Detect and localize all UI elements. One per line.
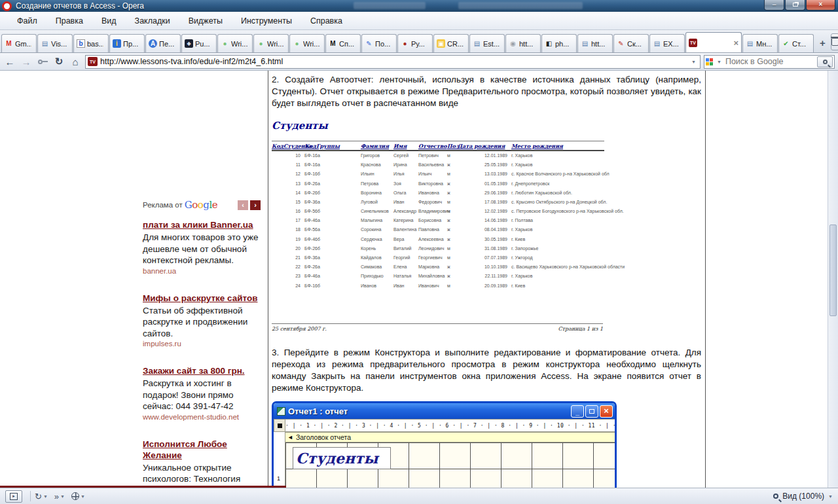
cell-surname: Григоров	[361, 151, 393, 160]
table-row: 10 БФ-16а Григоров Сергей Петрович м 12.…	[272, 151, 604, 160]
browser-tab[interactable]: A Пе...	[145, 34, 181, 52]
browser-tab[interactable]: ● Ру...	[397, 34, 433, 52]
google-logo-letter: o	[198, 199, 204, 211]
cell-birthplace: г. Полтава	[511, 216, 603, 225]
search-go-button[interactable]	[817, 56, 833, 67]
section-report-header-bar[interactable]: ◄ Заголовок отчета	[285, 432, 617, 442]
back-button[interactable]: ←	[3, 56, 16, 67]
url-input[interactable]	[100, 57, 687, 66]
tab-close-icon[interactable]: ×	[733, 39, 738, 47]
browser-tab[interactable]: TV ×	[685, 32, 742, 52]
browser-tab[interactable]: ▤ Мн...	[742, 34, 778, 52]
close-button[interactable]: ×	[806, 0, 835, 10]
report-selector-box[interactable]	[274, 419, 285, 432]
cell-group: БФ-26а	[304, 179, 361, 189]
menu-help[interactable]: Справка	[301, 14, 352, 28]
ads-header: Реклама от Google ‹ ›	[143, 199, 261, 211]
cell-sex: ж	[447, 235, 458, 244]
url-field[interactable]: TV ▼	[85, 55, 701, 69]
zoom-control[interactable]: Вид (100%) ▼	[773, 492, 833, 501]
ad-title-link[interactable]: плати за клики Banner.ua	[143, 219, 261, 230]
home-button[interactable]: ⌂	[69, 56, 82, 67]
ad-title-link[interactable]: Мифы о раскрутке сайтов	[143, 293, 261, 304]
cell-birthdate: 29.06.1989	[458, 189, 511, 198]
browser-tab[interactable]: b bas...	[73, 34, 109, 52]
cell-student-id: 11	[272, 160, 304, 170]
ad-title-link[interactable]: Закажи сайт за 800 грн.	[143, 365, 261, 376]
wand-key-icon[interactable]	[36, 60, 49, 64]
search-engine-dropdown-icon[interactable]: ▼	[715, 60, 723, 64]
search-input[interactable]	[725, 57, 815, 66]
vertical-ruler-mark: 1	[277, 475, 280, 482]
status-bar: ▸ ↻ ▼ » ▼ ▼ Вид (100%) ▼	[0, 488, 838, 504]
table-row: 20 БФ-26б Корень Виталий Леонидович м 31…	[272, 244, 604, 253]
browser-tab[interactable]: i Пр...	[109, 34, 145, 52]
cell-student-id: 15	[272, 198, 304, 207]
browser-tab[interactable]: ✎ Ск...	[613, 34, 649, 52]
ad-url[interactable]: impulses.ru	[143, 340, 261, 348]
cell-surname: Иванов	[361, 281, 393, 291]
cell-patronymic: Васильевна	[418, 160, 447, 170]
browser-tab[interactable]: ✔ Ст...	[778, 34, 814, 52]
menu-file[interactable]: Файл	[8, 14, 46, 28]
browser-tab[interactable]: ✎ По...	[361, 34, 397, 52]
browser-tab[interactable]: ▣ CR...	[433, 34, 469, 52]
designer-title: Отчет1 : отчет	[288, 406, 348, 416]
browser-tab[interactable]: ● Wri...	[289, 34, 325, 52]
images-dropdown[interactable]: ▼	[71, 492, 85, 500]
browser-tab[interactable]: ▤ EX...	[649, 34, 685, 52]
url-dropdown-icon[interactable]: ▼	[689, 60, 698, 64]
browser-tab[interactable]: ▤ Est...	[469, 34, 505, 52]
browser-tab[interactable]: ◧ ph...	[541, 34, 577, 52]
sync-dropdown[interactable]: ↻ ▼	[35, 492, 48, 501]
page-scrollbar[interactable]	[828, 71, 838, 488]
cell-patronymic: Владимирович	[418, 207, 447, 216]
tab-label: htt...	[591, 40, 608, 48]
ad-title-link[interactable]: Исполнится Любое Желание	[143, 439, 261, 461]
browser-tab[interactable]: ▤ htt...	[577, 34, 613, 52]
tab-favicon-icon: ●	[293, 39, 301, 48]
ad-url[interactable]: www.development-studio.net	[143, 413, 261, 421]
cell-surname: Кайдалов	[361, 253, 393, 262]
browser-tab[interactable]: ◉ htt...	[505, 34, 541, 52]
browser-tab[interactable]: ▤ Vis...	[37, 34, 73, 52]
cell-birthdate: 31.08.1989	[458, 244, 511, 253]
cell-birthplace: с. Красное Волчанского р-на Харьковской …	[511, 170, 603, 179]
designer-maximize-button[interactable]	[585, 405, 598, 418]
ads-prev-button[interactable]: ‹	[238, 200, 248, 210]
cell-group: БФ-46а	[304, 272, 361, 281]
reload-button[interactable]: ↻	[52, 56, 65, 67]
designer-minimize-button[interactable]: _	[571, 405, 584, 418]
chevron-down-icon[interactable]: ▼	[828, 494, 833, 499]
browser-tab[interactable]: M Сп...	[325, 34, 361, 52]
menu-bookmarks[interactable]: Закладки	[126, 14, 179, 28]
browser-tab[interactable]: ◆ Pu...	[181, 34, 217, 52]
forward-button[interactable]: →	[20, 56, 33, 67]
cell-student-id: 12	[272, 170, 304, 179]
menu-widgets[interactable]: Виджеты	[179, 14, 232, 28]
cell-birthdate: 30.05.1989	[458, 235, 511, 244]
ads-next-button[interactable]: ›	[250, 200, 261, 210]
panels-toggle-button[interactable]: ▸	[5, 490, 22, 503]
browser-tab[interactable]: M Gm...	[1, 34, 37, 52]
col-header: Пол	[447, 143, 458, 149]
cell-patronymic: Павловна	[418, 225, 447, 234]
menu-tools[interactable]: Инструменты	[232, 14, 301, 28]
minimize-button[interactable]: –	[764, 0, 784, 10]
report-heading-label-box[interactable]: Студенты	[293, 447, 391, 469]
cell-surname: Краснова	[361, 160, 393, 170]
closed-tabs-trash-button[interactable]	[831, 33, 838, 50]
designer-close-button[interactable]: ×	[600, 405, 613, 418]
menu-edit[interactable]: Правка	[46, 14, 92, 28]
search-field[interactable]: ▼	[704, 55, 835, 69]
browser-tab[interactable]: ● Wri...	[217, 34, 253, 52]
restore-button[interactable]	[785, 0, 805, 10]
page-scrollbar-thumb[interactable]	[829, 225, 837, 316]
ad-url[interactable]: banner.ua	[143, 267, 261, 275]
new-tab-button[interactable]: +	[814, 37, 831, 52]
panel-icon: ▸	[10, 493, 18, 500]
cell-sex: м	[447, 151, 458, 160]
menu-view[interactable]: Вид	[92, 14, 126, 28]
browser-tab[interactable]: ● Wri...	[253, 34, 289, 52]
turbo-dropdown[interactable]: » ▼	[54, 492, 65, 501]
